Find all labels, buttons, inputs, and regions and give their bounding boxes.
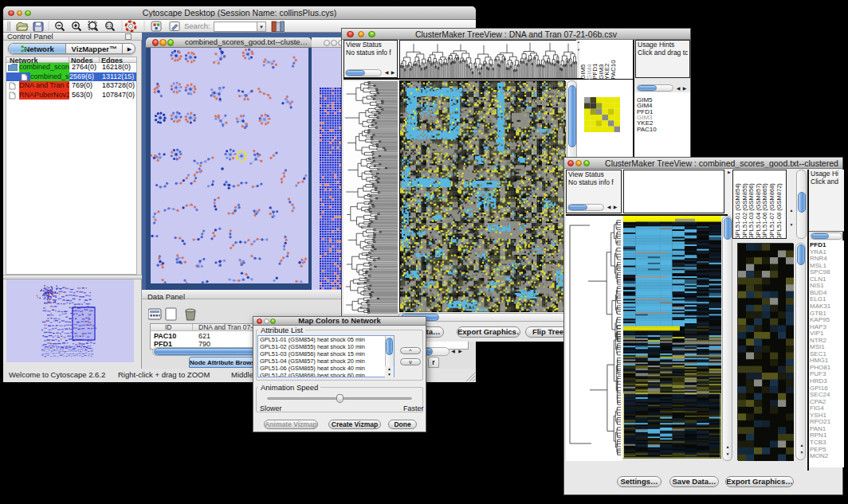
svg-text:1:1: 1:1 [107, 24, 112, 28]
svg-text:Search:: Search: [184, 21, 210, 30]
